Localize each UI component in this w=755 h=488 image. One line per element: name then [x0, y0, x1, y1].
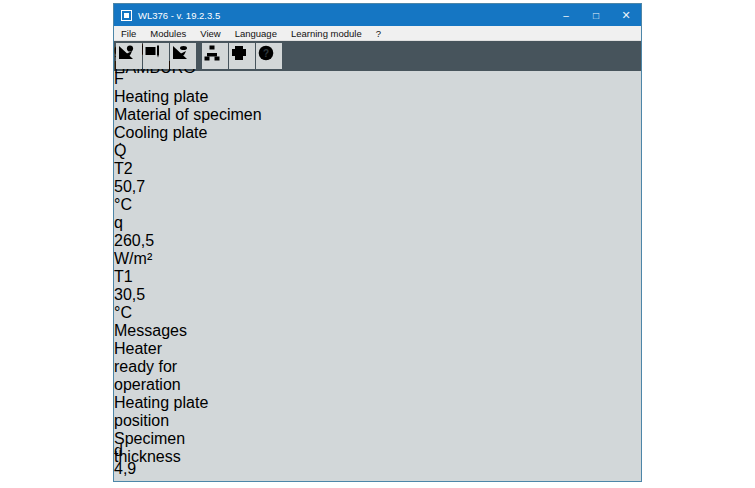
- specimen-stack: Heating plate Material of specimen Cooli…: [114, 88, 641, 142]
- time-chart-icon: [116, 49, 136, 66]
- chart-view-button[interactable]: [170, 43, 196, 69]
- title-bar: WL376 - v. 19.2.3.5 – □ ✕: [114, 4, 641, 26]
- q-unit: W/m²: [114, 250, 641, 268]
- help-icon: ?: [256, 49, 276, 66]
- cooling-plate: Cooling plate: [114, 124, 641, 142]
- time-chart-button[interactable]: [116, 43, 142, 69]
- system-diagram-icon: [143, 49, 163, 66]
- minimize-button[interactable]: –: [551, 4, 581, 26]
- printer-button[interactable]: [229, 43, 255, 69]
- material-of-specimen: Material of specimen: [114, 106, 641, 124]
- t1-value: 30,5: [114, 286, 641, 304]
- menu-modules[interactable]: Modules: [143, 28, 193, 39]
- menu-language[interactable]: Language: [228, 28, 284, 39]
- network-icon: [202, 49, 222, 66]
- toolbar: ? gunt HAMBURG: [114, 41, 641, 71]
- menu-file[interactable]: File: [114, 28, 143, 39]
- menu-bar: File Modules View Language Learning modu…: [114, 26, 641, 41]
- svg-text:?: ?: [263, 48, 269, 59]
- plate-position-label: Heating plate position: [114, 394, 229, 430]
- menu-learning-module[interactable]: Learning module: [284, 28, 369, 39]
- t2-unit: °C: [114, 196, 641, 214]
- system-diagram-button[interactable]: [143, 43, 169, 69]
- t1-unit: °C: [114, 304, 641, 322]
- heating-plate: Heating plate: [114, 88, 641, 106]
- network-button[interactable]: [202, 43, 228, 69]
- chart-view-icon: [170, 49, 190, 66]
- q-value: 260,5: [114, 232, 641, 250]
- t1-symbol: T1: [114, 268, 132, 286]
- menu-view[interactable]: View: [193, 28, 227, 39]
- heat-flux-symbol: Q̇: [114, 142, 641, 160]
- maximize-button[interactable]: □: [581, 4, 611, 26]
- app-window: WL376 - v. 19.2.3.5 – □ ✕ File Modules V…: [113, 3, 642, 482]
- d-unit: mm: [114, 478, 641, 482]
- menu-help[interactable]: ?: [369, 28, 388, 39]
- heater-ready-label: Heater ready for operation: [114, 340, 206, 394]
- app-icon: [121, 10, 132, 21]
- messages-title: Messages: [114, 322, 641, 340]
- help-button[interactable]: ?: [256, 43, 282, 69]
- specimen-thickness-label: Specimen thickness: [114, 430, 210, 442]
- d-value-input[interactable]: 4,9: [114, 460, 641, 478]
- close-button[interactable]: ✕: [611, 4, 641, 26]
- printer-icon: [229, 49, 249, 66]
- t2-value: 50,7: [114, 178, 641, 196]
- q-symbol: q: [114, 214, 132, 232]
- window-title: WL376 - v. 19.2.3.5: [138, 10, 551, 21]
- t2-symbol: T2: [114, 160, 132, 178]
